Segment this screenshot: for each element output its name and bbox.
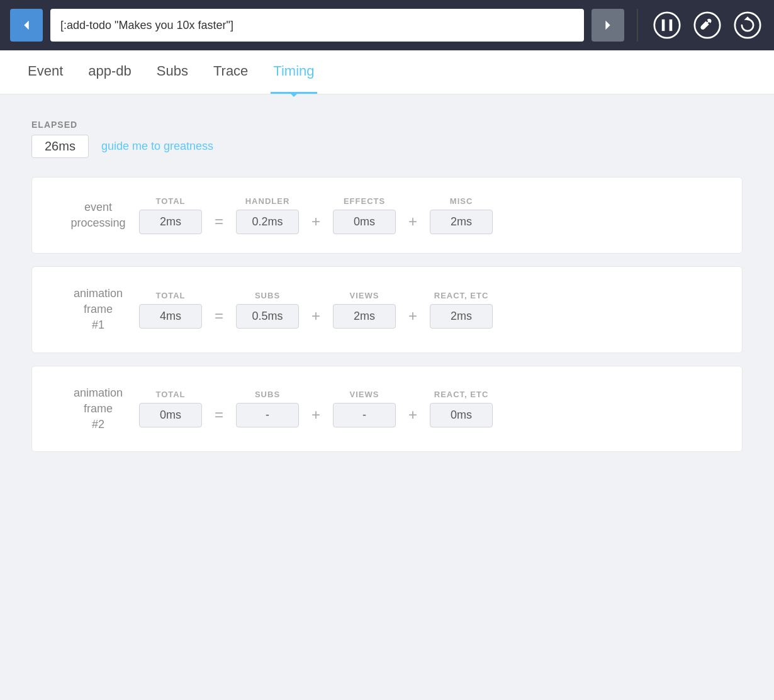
svg-marker-7 [744,16,751,20]
col2-label: SUBS [255,390,280,399]
card-total-col: TOTAL 2ms [139,196,202,234]
card-col4: REACT, ETC 2ms [430,291,493,329]
plus-operator-2: + [408,393,417,424]
guide-link[interactable]: guide me to greatness [101,140,213,153]
col4-value: 0ms [430,403,493,427]
plus-operator-2: + [408,295,417,325]
card-label-event-processing: eventprocessing [57,200,139,231]
col2-value: - [236,403,299,427]
col3-value: 0ms [333,210,396,234]
plus-operator-1: + [311,200,320,230]
col2-label: HANDLER [245,196,290,206]
col3-value: - [333,403,396,427]
total-value: 0ms [139,403,202,427]
card-event-processing: eventprocessing TOTAL 2ms = HANDLER 0.2m… [31,177,743,254]
col2-value: 0.5ms [236,304,299,329]
refresh-button[interactable] [731,9,764,42]
col3-label: VIEWS [350,390,379,399]
back-button[interactable] [10,9,43,42]
total-label: TOTAL [155,291,185,300]
card-col3: VIEWS 2ms [333,291,396,329]
nav-tabs: Event app-db Subs Trace Timing [0,50,774,94]
total-label: TOTAL [155,196,185,206]
card-col2: HANDLER 0.2ms [236,196,299,234]
card-total-col: TOTAL 0ms [139,390,202,427]
total-value: 4ms [139,304,202,329]
col4-label: REACT, ETC [434,390,489,399]
col3-label: VIEWS [350,291,379,300]
forward-button[interactable] [592,9,624,42]
elapsed-row: 26ms guide me to greatness [31,135,743,158]
equals-operator: = [215,200,223,230]
settings-button[interactable] [691,9,724,42]
card-col2: SUBS - [236,390,299,427]
command-input[interactable] [50,9,584,42]
total-value: 2ms [139,210,202,234]
svg-rect-4 [670,20,673,31]
col2-label: SUBS [255,291,280,300]
svg-marker-1 [605,21,610,30]
col3-label: EFFECTS [344,196,385,206]
elapsed-section: ELAPSED 26ms guide me to greatness [31,120,743,158]
tab-event[interactable]: Event [25,50,65,94]
tab-trace[interactable]: Trace [211,50,250,94]
card-label-animation-frame-1: animationframe#1 [57,286,139,334]
card-total-col: TOTAL 4ms [139,291,202,329]
card-col2: SUBS 0.5ms [236,291,299,329]
card-col3: VIEWS - [333,390,396,427]
equals-operator: = [215,295,223,325]
plus-operator-1: + [311,295,320,325]
svg-rect-3 [662,20,665,31]
col4-label: MISC [450,196,473,206]
topbar [0,0,774,50]
plus-operator-1: + [311,393,320,424]
card-col4: REACT, ETC 0ms [430,390,493,427]
elapsed-label: ELAPSED [31,120,743,130]
main-content: ELAPSED 26ms guide me to greatness event… [0,94,774,490]
svg-point-6 [735,13,760,38]
tab-app-db[interactable]: app-db [86,50,134,94]
col4-value: 2ms [430,210,493,234]
card-col4: MISC 2ms [430,196,493,234]
timing-cards: eventprocessing TOTAL 2ms = HANDLER 0.2m… [31,177,743,452]
card-animation-frame-2: animationframe#2 TOTAL 0ms = SUBS - + VI… [31,366,743,453]
svg-point-2 [654,13,680,38]
card-animation-frame-1: animationframe#1 TOTAL 4ms = SUBS 0.5ms … [31,266,743,353]
tab-timing[interactable]: Timing [271,50,317,94]
equals-operator: = [215,393,223,424]
elapsed-value: 26ms [31,135,89,158]
col4-value: 2ms [430,304,493,329]
col3-value: 2ms [333,304,396,329]
col4-label: REACT, ETC [434,291,489,300]
tab-subs[interactable]: Subs [154,50,191,94]
plus-operator-2: + [408,200,417,230]
card-col3: EFFECTS 0ms [333,196,396,234]
total-label: TOTAL [155,390,185,399]
svg-marker-0 [24,21,28,30]
pause-button[interactable] [651,9,683,42]
divider [637,9,638,42]
card-label-animation-frame-2: animationframe#2 [57,385,139,433]
col2-value: 0.2ms [236,210,299,234]
